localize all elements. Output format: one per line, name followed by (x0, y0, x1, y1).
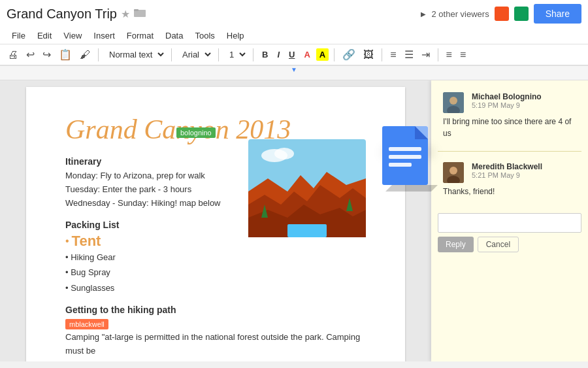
undo-icon[interactable]: ↩ (24, 47, 37, 62)
main-area: Grand Canyon 2013 bolognino Itinerary Mo… (0, 80, 588, 361)
bullet-dot-tent: • (65, 235, 69, 247)
canyon-illustration (248, 139, 366, 237)
comment-1-author: Michael Bolognino (472, 92, 542, 101)
align-right-icon[interactable]: ≡ (457, 48, 468, 62)
comment-1-avatar (443, 92, 464, 113)
viewers-area: ▶ 2 other viewers Share (421, 4, 581, 24)
cursor-bolognino: bolognino (176, 127, 216, 138)
viewer-dot-green (514, 7, 529, 21)
comment-1-header: Michael Bolognino 5:19 PM May 9 (443, 92, 576, 113)
title-left: Grand Canyon Trip ★ (7, 7, 146, 22)
link-icon[interactable]: 🔗 (340, 47, 358, 62)
svg-rect-9 (287, 224, 327, 237)
document-page: Grand Canyon 2013 bolognino Itinerary Mo… (26, 87, 405, 361)
comment-1: Michael Bolognino 5:19 PM May 9 I'll bri… (438, 87, 581, 144)
comment-1-time: 5:19 PM May 9 (472, 101, 542, 109)
viewers-triangle: ▶ (421, 10, 426, 18)
svg-point-20 (449, 97, 457, 105)
ruler: ▼ (0, 66, 588, 80)
gdocs-icon (379, 120, 438, 192)
toolbar-sep-4 (253, 48, 253, 61)
getting-heading: Getting to the hiking path (65, 305, 366, 315)
numbered-list-icon[interactable]: ≡ (387, 48, 399, 62)
comment-2-meta: Meredith Blackwell 5:21 PM May 9 (472, 162, 542, 179)
italic-button[interactable]: I (274, 48, 283, 61)
comment-divider (438, 151, 581, 152)
comment-2-time: 5:21 PM May 9 (472, 171, 542, 179)
text-color-button[interactable]: A (301, 48, 313, 61)
menu-format[interactable]: Format (122, 29, 159, 42)
svg-point-23 (449, 167, 457, 175)
comment-1-text: I'll bring mine too since there are 4 of… (443, 116, 576, 139)
font-family-select[interactable]: Arial (177, 48, 213, 61)
document-area[interactable]: Grand Canyon 2013 bolognino Itinerary Mo… (0, 80, 431, 361)
menu-edit[interactable]: Edit (32, 29, 57, 42)
paint-format-icon[interactable]: 🖌 (77, 48, 93, 62)
comment-2-header: Meredith Blackwell 5:21 PM May 9 (443, 162, 576, 183)
menu-view[interactable]: View (58, 29, 87, 42)
ruler-marker: ▼ (291, 66, 297, 73)
svg-marker-12 (385, 185, 438, 192)
svg-rect-18 (389, 163, 412, 167)
menu-file[interactable]: File (7, 29, 31, 42)
document-title[interactable]: Grand Canyon Trip (7, 7, 117, 22)
comment-panel: Michael Bolognino 5:19 PM May 9 I'll bri… (431, 80, 588, 361)
packing-item-tent: Tent (72, 233, 101, 250)
cancel-button[interactable]: Cancel (478, 237, 519, 252)
packing-item-hiking: • Hiking Gear (65, 250, 366, 265)
viewers-text: 2 other viewers (431, 9, 489, 19)
menu-tools[interactable]: Tools (189, 29, 220, 42)
font-size-select[interactable]: 11 (224, 48, 248, 61)
menu-help[interactable]: Help (221, 29, 250, 42)
mblackwell-cursor-area: mblackwell (65, 318, 108, 331)
share-button[interactable]: Share (534, 4, 581, 24)
toolbar-sep-5 (334, 48, 335, 61)
packing-item-sunglasses: • Sunglasses (65, 280, 366, 295)
comment-2-text: Thanks, friend! (443, 186, 576, 197)
align-left-icon[interactable]: ≡ (444, 48, 455, 62)
reply-input[interactable] (438, 213, 581, 233)
svg-rect-2 (134, 9, 139, 11)
toolbar-sep-2 (171, 48, 172, 61)
reply-button[interactable]: Reply (438, 237, 474, 252)
indent-icon[interactable]: ⇥ (419, 47, 433, 62)
comment-1-meta: Michael Bolognino 5:19 PM May 9 (472, 92, 542, 109)
reply-actions: Reply Cancel (438, 237, 581, 252)
bulleted-list-icon[interactable]: ☰ (402, 47, 416, 62)
underline-button[interactable]: U (286, 48, 298, 61)
star-icon[interactable]: ★ (121, 8, 130, 20)
getting-section: Getting to the hiking path mblackwell Ca… (65, 305, 366, 358)
toolbar-sep-3 (218, 48, 219, 61)
toolbar-sep-6 (382, 48, 382, 61)
getting-text: Camping "at-large is permitted in the na… (65, 331, 366, 358)
bold-button[interactable]: B (259, 48, 271, 61)
image-icon[interactable]: 🖼 (361, 48, 376, 62)
menu-data[interactable]: Data (160, 29, 188, 42)
menu-bar: File Edit View Insert Format Data Tools … (0, 27, 588, 44)
toolbar: 🖨 ↩ ↪ 📋 🖌 Normal text Arial 11 B I U A A… (0, 44, 588, 65)
font-style-select[interactable]: Normal text (104, 48, 166, 61)
comment-2: Meredith Blackwell 5:21 PM May 9 Thanks,… (438, 157, 581, 203)
svg-rect-16 (389, 147, 421, 151)
svg-point-5 (274, 148, 294, 159)
redo-icon[interactable]: ↪ (40, 47, 54, 62)
title-row: Grand Canyon Trip ★ ▶ 2 other viewers Sh… (0, 0, 588, 27)
copy-format-icon[interactable]: 📋 (56, 47, 74, 62)
viewer-dot-orange (495, 7, 509, 21)
toolbar-sep-1 (98, 48, 99, 61)
highlight-color-button[interactable]: A (316, 48, 329, 61)
comment-2-author: Meredith Blackwell (472, 162, 542, 171)
comment-2-avatar (443, 162, 464, 183)
menu-insert[interactable]: Insert (88, 29, 120, 42)
toolbar-sep-7 (438, 48, 438, 61)
folder-icon (134, 8, 146, 20)
svg-rect-17 (389, 155, 421, 159)
packing-item-spray: • Bug Spray (65, 265, 366, 280)
cursor-mblackwell: mblackwell (65, 319, 108, 329)
top-bar: Grand Canyon Trip ★ ▶ 2 other viewers Sh… (0, 0, 588, 66)
print-icon[interactable]: 🖨 (5, 48, 21, 62)
